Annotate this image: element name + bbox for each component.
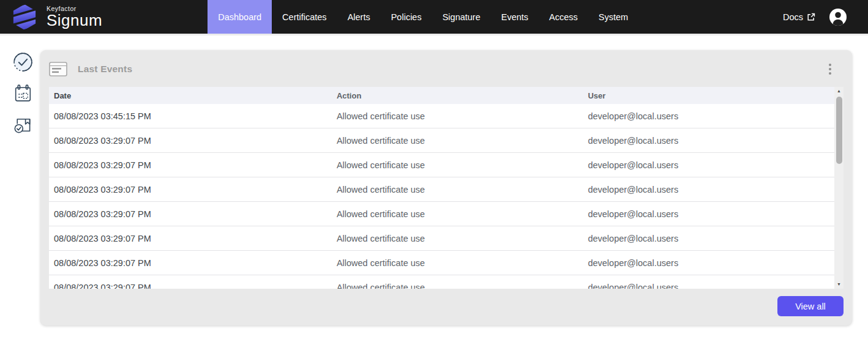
side-rail xyxy=(11,50,34,136)
nav-item-signature[interactable]: Signature xyxy=(432,0,491,34)
page-body: Last Events DateActionUser 08/08/2023 03… xyxy=(0,35,868,343)
cell-date: 08/08/2023 03:29:07 PM xyxy=(49,209,332,219)
cell-user: developer@local.users xyxy=(583,136,834,146)
table-scrollbar[interactable]: ▲ ▼ xyxy=(834,87,844,289)
table-row: 08/08/2023 03:29:07 PMAllowed certificat… xyxy=(49,177,834,202)
table-row: 08/08/2023 03:45:15 PMAllowed certificat… xyxy=(49,104,834,128)
cell-user: developer@local.users xyxy=(583,185,834,195)
user-avatar[interactable] xyxy=(829,8,847,26)
column-header-date: Date xyxy=(49,91,332,100)
cell-user: developer@local.users xyxy=(583,258,834,268)
nav-item-events[interactable]: Events xyxy=(491,0,539,34)
table-body: 08/08/2023 03:45:15 PMAllowed certificat… xyxy=(49,104,834,289)
main-menu: DashboardCertificatesAlertsPoliciesSigna… xyxy=(208,0,638,34)
cell-date: 08/08/2023 03:29:07 PM xyxy=(49,234,332,243)
table-row: 08/08/2023 03:29:07 PMAllowed certificat… xyxy=(49,251,834,275)
scrollbar-thumb[interactable] xyxy=(836,97,842,164)
scroll-up-icon[interactable]: ▲ xyxy=(837,87,841,95)
verify-check-icon[interactable] xyxy=(11,50,34,73)
table-header-row: DateActionUser xyxy=(49,87,834,104)
cell-date: 08/08/2023 03:29:07 PM xyxy=(49,160,332,170)
cell-date: 08/08/2023 03:29:07 PM xyxy=(49,258,332,268)
docs-label: Docs xyxy=(783,12,803,22)
view-all-button[interactable]: View all xyxy=(777,296,844,316)
brand-product: Signum xyxy=(47,12,102,29)
cell-user: developer@local.users xyxy=(583,111,834,121)
cell-date: 08/08/2023 03:45:15 PM xyxy=(49,111,332,121)
table-row: 08/08/2023 03:29:07 PMAllowed certificat… xyxy=(49,128,834,153)
cell-date: 08/08/2023 03:29:07 PM xyxy=(49,185,332,195)
events-table: DateActionUser 08/08/2023 03:45:15 PMAll… xyxy=(49,87,844,289)
keyfactor-logo-icon xyxy=(11,4,38,31)
card-header: Last Events xyxy=(49,60,844,78)
card-footer: View all xyxy=(49,296,844,316)
calendar-icon[interactable] xyxy=(11,81,34,105)
cell-action: Allowed certificate use xyxy=(332,258,583,268)
nav-item-alerts[interactable]: Alerts xyxy=(337,0,381,34)
table-viewport: DateActionUser 08/08/2023 03:45:15 PMAll… xyxy=(49,87,834,289)
cell-action: Allowed certificate use xyxy=(332,136,583,146)
cell-user: developer@local.users xyxy=(583,160,834,170)
column-header-user: User xyxy=(583,91,834,100)
brand-text: Keyfactor Signum xyxy=(47,5,102,29)
external-link-icon xyxy=(807,13,815,21)
cell-action: Allowed certificate use xyxy=(332,209,583,219)
event-list-icon xyxy=(49,62,67,76)
table-row: 08/08/2023 03:29:07 PMAllowed certificat… xyxy=(49,226,834,251)
cell-action: Allowed certificate use xyxy=(332,234,583,243)
card-options-kebab-icon[interactable] xyxy=(826,61,834,77)
cell-user: developer@local.users xyxy=(583,209,834,219)
nav-item-dashboard[interactable]: Dashboard xyxy=(208,0,272,34)
signing-log-icon[interactable] xyxy=(11,113,34,136)
nav-right-group: Docs xyxy=(783,0,868,34)
top-navigation: Keyfactor Signum DashboardCertificatesAl… xyxy=(0,0,868,35)
scroll-down-icon[interactable]: ▼ xyxy=(837,280,841,289)
nav-item-certificates[interactable]: Certificates xyxy=(272,0,337,34)
brand-logo[interactable]: Keyfactor Signum xyxy=(0,0,102,34)
last-events-card: Last Events DateActionUser 08/08/2023 03… xyxy=(40,50,852,325)
cell-date: 08/08/2023 03:29:07 PM xyxy=(49,283,332,289)
cell-action: Allowed certificate use xyxy=(332,185,583,195)
nav-item-system[interactable]: System xyxy=(588,0,638,34)
cell-user: developer@local.users xyxy=(583,234,834,243)
cell-action: Allowed certificate use xyxy=(332,283,583,289)
nav-item-access[interactable]: Access xyxy=(539,0,588,34)
cell-action: Allowed certificate use xyxy=(332,111,583,121)
nav-item-policies[interactable]: Policies xyxy=(381,0,432,34)
table-row: 08/08/2023 03:29:07 PMAllowed certificat… xyxy=(49,275,834,289)
card-title: Last Events xyxy=(78,64,132,75)
table-row: 08/08/2023 03:29:07 PMAllowed certificat… xyxy=(49,202,834,226)
cell-user: developer@local.users xyxy=(583,283,834,289)
cell-date: 08/08/2023 03:29:07 PM xyxy=(49,136,332,146)
column-header-action: Action xyxy=(332,91,583,100)
docs-link[interactable]: Docs xyxy=(783,12,815,22)
cell-action: Allowed certificate use xyxy=(332,160,583,170)
table-row: 08/08/2023 03:29:07 PMAllowed certificat… xyxy=(49,153,834,177)
